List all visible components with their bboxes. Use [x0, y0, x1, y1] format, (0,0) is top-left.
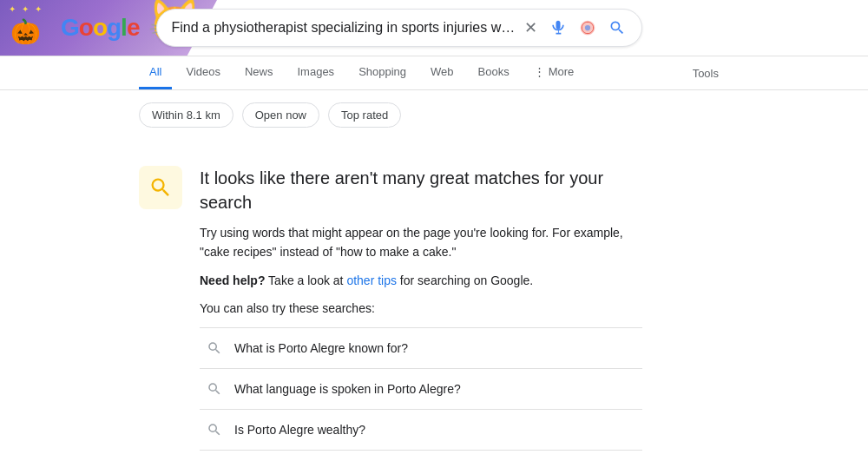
also-try-label: You can also try these searches: [200, 299, 642, 318]
other-tips-link[interactable]: other tips [346, 273, 397, 287]
search-button[interactable] [607, 17, 628, 38]
filter-open-now[interactable]: Open now [242, 102, 319, 128]
help-text: Need help? Take a look at other tips for… [200, 271, 642, 290]
suggested-query-2: What language is spoken in Porto Alegre? [234, 382, 461, 396]
lens-search-button[interactable] [577, 17, 598, 38]
logo-g2: g [107, 14, 121, 41]
tools-tab[interactable]: Tools [682, 58, 729, 89]
search-icon [608, 19, 626, 36]
suggested-query-1: What is Porto Alegre known for? [234, 341, 408, 355]
header: ✦ ✦ ✦ 🎃 🐱 Google ✕ [0, 0, 868, 56]
no-results-box: It looks like there aren't many great ma… [139, 148, 642, 461]
search-small-icon-2 [207, 381, 222, 397]
help-middle-text: Take a look at [265, 273, 346, 287]
logo-e: e [127, 14, 140, 41]
suggested-item-3[interactable]: Is Porto Alegre wealthy? [200, 410, 642, 451]
logo-o2: o [93, 14, 107, 41]
tab-images[interactable]: Images [286, 56, 345, 89]
tab-videos[interactable]: Videos [175, 56, 231, 89]
filter-within-km[interactable]: Within 8.1 km [139, 102, 233, 128]
suggested-item-2[interactable]: What language is spoken in Porto Alegre? [200, 369, 642, 410]
search-small-icon-1 [207, 340, 222, 356]
search-input[interactable] [171, 20, 516, 36]
lens-icon [579, 19, 596, 36]
no-results-description: Try using words that might appear on the… [200, 223, 642, 262]
tab-news[interactable]: News [234, 56, 284, 89]
voice-search-button[interactable] [548, 17, 569, 38]
pumpkin-icon: 🎃 [10, 17, 41, 46]
help-suffix: for searching on Google. [397, 273, 533, 287]
clear-button[interactable]: ✕ [523, 16, 539, 39]
logo-g: G [61, 14, 79, 41]
tab-web[interactable]: Web [420, 56, 464, 89]
tab-more[interactable]: ⋮ More [523, 56, 585, 89]
search-icons: ✕ [523, 16, 628, 39]
suggested-query-3: Is Porto Alegre wealthy? [234, 423, 365, 437]
tab-all[interactable]: All [139, 56, 172, 89]
suggested-searches: What is Porto Alegre known for? What lan… [200, 327, 642, 451]
main-content: It looks like there aren't many great ma… [0, 140, 781, 461]
search-bar: ✕ [156, 9, 642, 47]
search-yellow-icon [148, 175, 173, 200]
google-logo: Google [61, 14, 139, 42]
mic-icon [549, 19, 567, 36]
need-help-label: Need help? [200, 273, 265, 287]
tab-shopping[interactable]: Shopping [348, 56, 417, 89]
no-results-title: It looks like there aren't many great ma… [200, 166, 642, 214]
svg-point-0 [585, 25, 590, 30]
logo-l: l [121, 14, 127, 41]
suggested-item-1[interactable]: What is Porto Alegre known for? [200, 328, 642, 369]
filter-chips: Within 8.1 km Open now Top rated [0, 90, 868, 140]
filter-top-rated[interactable]: Top rated [328, 102, 401, 128]
halloween-stars: ✦ ✦ ✦ [9, 4, 43, 14]
nav-tabs: All Videos News Images Shopping Web Book… [0, 56, 868, 90]
no-results-icon [139, 166, 182, 209]
no-results-content: It looks like there aren't many great ma… [200, 166, 642, 451]
logo-o1: o [79, 14, 93, 41]
tab-books[interactable]: Books [468, 56, 520, 89]
search-small-icon-3 [207, 422, 222, 438]
